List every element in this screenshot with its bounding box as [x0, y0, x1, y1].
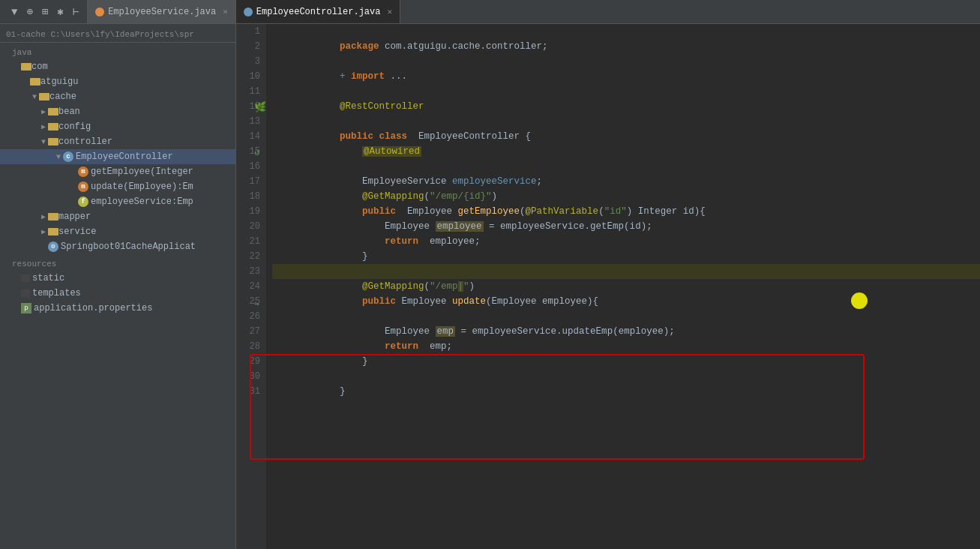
code-editor[interactable]: 1 2 3 10 11 12 13 14 15 16 17 18 19 20 2… [236, 24, 980, 549]
settings-icon[interactable]: ⊕ [24, 4, 34, 20]
tab-icon-controller [244, 8, 253, 16]
ln-17: 17 [242, 174, 260, 189]
ln-11: 11 [242, 84, 260, 99]
folder-icon-cache [39, 93, 49, 100]
ln-16: 16 [242, 159, 260, 174]
arrow-service: ▶ [39, 227, 48, 236]
folder-icon-bean [48, 108, 58, 116]
tree-cache[interactable]: ▼ cache [0, 89, 235, 104]
label-esf: employeeService:Emp [91, 196, 193, 207]
code-line-21: } [272, 234, 980, 249]
tree-templates[interactable]: templates [0, 286, 235, 301]
folder-icon-com [21, 63, 31, 70]
tree-mapper[interactable]: ▶ mapper [0, 209, 235, 224]
arrow-config: ▶ [39, 122, 48, 131]
tree-atguigu[interactable]: atguigu [0, 74, 235, 89]
code-content: 1 2 3 10 11 12 13 14 15 16 17 18 19 20 2… [236, 24, 980, 549]
code-line-20: return employee; [272, 219, 980, 234]
code-line-28: } [272, 339, 980, 354]
code-line-26 [272, 309, 980, 324]
folder-icon-service [48, 228, 58, 236]
cursor-dot [851, 292, 868, 309]
tree-com[interactable]: com [0, 59, 235, 74]
label-ge: getEmployee(Integer [91, 166, 193, 177]
code-line-10 [272, 69, 980, 84]
tree-update[interactable]: m update(Employee):Em [0, 179, 235, 194]
ln-27: 27 [242, 324, 260, 339]
code-line-3: + import ... [272, 54, 980, 69]
code-line-23: @GetMapping("/emp|") [272, 264, 980, 279]
layout-icon[interactable]: ⊞ [40, 4, 50, 20]
sidebar: 01-cache C:\Users\lfy\IdeaProjects\spr j… [0, 24, 236, 549]
label-com: com [31, 62, 48, 72]
code-line-30: } [272, 369, 980, 384]
ln-14: 14 [242, 129, 260, 144]
ln-1: 1 [242, 24, 260, 39]
label-app-props: application.properties [34, 303, 152, 314]
tree-config[interactable]: ▶ config [0, 119, 235, 134]
code-line-22 [272, 249, 980, 264]
gutter-spring-icon: 🌿 [254, 100, 266, 116]
code-line-31 [272, 384, 980, 399]
method-icon-update: m [78, 182, 88, 192]
arrow-controller: ▼ [39, 138, 48, 146]
code-line-17: @GetMapping("/emp/{id}") [272, 174, 980, 189]
code-text: package com.atguigu.cache.controller; + … [266, 24, 980, 549]
label-controller: controller [58, 136, 112, 147]
tree-service[interactable]: ▶ service [0, 224, 235, 239]
back-icon[interactable]: ▼ [9, 4, 19, 20]
tree-employee-controller-file[interactable]: ▼ c EmployeeController [0, 149, 235, 164]
main-content: 01-cache C:\Users\lfy\IdeaProjects\spr j… [0, 24, 980, 549]
tree-static[interactable]: static [0, 271, 235, 286]
arrow-cache: ▼ [30, 93, 39, 101]
ln-20: 20 [242, 219, 260, 234]
label-atguigu: atguigu [40, 76, 78, 87]
tree-bean[interactable]: ▶ bean [0, 104, 235, 119]
class-icon-app: ⚙ [48, 242, 58, 252]
tree-springboot-app[interactable]: ⚙ Springboot01CacheApplicat [0, 239, 235, 254]
arrow-bean: ▶ [39, 107, 48, 116]
ln-22: 22 [242, 249, 260, 264]
code-line-15: ↺ EmployeeService employeeService; [272, 144, 980, 159]
ln-23: 23 [242, 264, 260, 279]
ln-30: 30 [242, 369, 260, 384]
ln-18: 18 [242, 189, 260, 204]
ln-19: 19 [242, 204, 260, 219]
tree-controller[interactable]: ▼ controller [0, 134, 235, 149]
label-service: service [58, 226, 96, 237]
field-icon-esf: f [78, 196, 88, 207]
run-icon[interactable]: ✱ [55, 4, 65, 20]
tab-employee-controller[interactable]: EmployeeController.java ✕ [236, 0, 400, 23]
folder-icon-templates [21, 290, 30, 297]
code-line-14: @Autowired [272, 129, 980, 144]
tree-java[interactable]: java [0, 46, 235, 59]
label-templates: templates [32, 288, 81, 298]
tab-close-controller[interactable]: ✕ [387, 7, 392, 16]
props-icon: p [21, 303, 31, 314]
ln-24: 24 [242, 279, 260, 294]
ln-10: 10 [242, 69, 260, 84]
tree-resources[interactable]: resources [0, 254, 235, 271]
tab-employee-service[interactable]: EmployeeService.java ✕ [88, 0, 236, 23]
nav-controls: ▼ ⊕ ⊞ ✱ ⊢ [3, 0, 88, 23]
label-app: Springboot01CacheApplicat [61, 242, 196, 252]
code-line-25: ↪ Employee emp = employeeService.updateE… [272, 294, 980, 309]
class-icon-ec: c [63, 152, 73, 162]
label-cache: cache [49, 92, 76, 102]
tab-close-service[interactable]: ✕ [223, 7, 228, 16]
ln-28: 28 [242, 339, 260, 354]
label-config: config [58, 122, 91, 132]
ln-21: 21 [242, 234, 260, 249]
label-static: static [32, 273, 64, 284]
ln-3: 3 [242, 54, 260, 69]
ln-13: 13 [242, 114, 260, 129]
tree-app-props[interactable]: p application.properties [0, 301, 235, 316]
tree-get-employee[interactable]: m getEmployee(Integer [0, 164, 235, 179]
project-path: 01-cache C:\Users\lfy\IdeaProjects\spr [0, 27, 235, 43]
step-icon[interactable]: ⊢ [70, 4, 81, 20]
gutter-25: ↪ [254, 297, 259, 312]
code-line-13 [272, 114, 980, 129]
code-line-11: @RestController [272, 84, 980, 99]
tree-employee-service-field[interactable]: f employeeService:Emp [0, 194, 235, 209]
folder-icon-mapper [48, 213, 58, 220]
